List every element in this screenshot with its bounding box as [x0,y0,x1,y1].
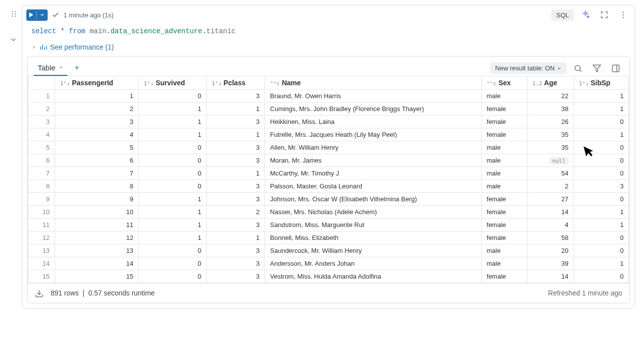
cell[interactable]: female [481,270,527,283]
column-header[interactable]: 1²₃SibSp [574,76,629,90]
result-table[interactable]: 1²₃PassengerId1²₃Survived1²₃PclassᴬᵇcNam… [28,76,629,283]
assistant-sparkle-icon[interactable] [578,8,593,21]
cell[interactable]: 1 [574,206,629,219]
cell[interactable]: 3 [55,116,139,128]
cell[interactable]: 1 [138,128,206,141]
filter-icon[interactable] [589,62,604,75]
cell[interactable]: 11 [55,219,139,232]
cell[interactable]: 0 [574,141,629,154]
cell[interactable]: 14 [527,206,574,219]
cell[interactable]: 39 [527,257,574,270]
cell[interactable]: Vestrom, Miss. Hulda Amanda Adolfina [265,270,482,283]
cell[interactable]: male [481,257,527,270]
cell[interactable]: male [481,141,527,154]
cell[interactable]: male [481,244,527,257]
cell[interactable]: 2 [55,103,139,116]
cell[interactable]: 1 [206,128,265,141]
cell[interactable]: 15 [55,270,139,283]
cell[interactable]: 0 [138,154,206,167]
cell[interactable]: female [481,116,527,128]
table-row[interactable]: 121211Bonnell, Miss. Elizabethfemale580 [28,232,629,244]
cell[interactable]: Saundercock, Mr. William Henry [265,244,482,257]
see-performance-link[interactable]: See performance (1) [22,41,635,55]
table-row[interactable]: 101012Nasser, Mrs. Nicholas (Adele Achem… [28,206,629,219]
cell[interactable]: female [481,219,527,232]
table-row[interactable]: 8803Palsson, Master. Gosta Leonardmale23 [28,180,629,193]
layout-panel-icon[interactable] [608,62,623,75]
language-badge[interactable]: SQL [551,9,574,21]
cell[interactable]: 3 [574,180,629,193]
cell[interactable]: Palsson, Master. Gosta Leonard [265,180,482,193]
cell[interactable]: 0 [138,244,206,257]
fullscreen-icon[interactable] [597,8,612,21]
cell[interactable]: female [481,128,527,141]
cell[interactable]: 1 [55,90,139,103]
cell[interactable]: male [481,90,527,103]
cell[interactable]: 0 [574,116,629,128]
cell[interactable]: 7 [55,167,139,180]
cell[interactable]: 3 [206,180,265,193]
cell[interactable]: male [481,180,527,193]
cell[interactable]: 4 [527,219,574,232]
table-row[interactable]: 111113Sandstrom, Miss. Marguerite Rutfem… [28,219,629,232]
cell[interactable]: 5 [55,141,139,154]
cell[interactable]: 1 [574,128,629,141]
cell[interactable]: 1 [574,257,629,270]
cell[interactable]: 38 [527,103,574,116]
cell[interactable]: 1 [574,219,629,232]
cell[interactable]: 1 [138,103,206,116]
cell[interactable]: Johnson, Mrs. Oscar W (Elisabeth Vilhelm… [265,193,482,206]
cell[interactable]: 22 [527,90,574,103]
column-header[interactable]: 1²₃PassengerId [55,76,139,90]
cell[interactable]: Nasser, Mrs. Nicholas (Adele Achem) [265,206,482,219]
cell[interactable]: 0 [574,167,629,180]
tab-table[interactable]: Table [34,60,67,76]
result-table-toggle[interactable]: New result table: ON [490,62,567,74]
table-row[interactable]: 7701McCarthy, Mr. Timothy Jmale540 [28,167,629,180]
table-row[interactable]: 4411Futrelle, Mrs. Jacques Heath (Lily M… [28,128,629,141]
cell[interactable]: 0 [138,167,206,180]
column-header[interactable]: ᴬᵇcName [265,76,482,90]
cell[interactable]: Bonnell, Miss. Elizabeth [265,232,482,244]
cell[interactable]: Andersson, Mr. Anders Johan [265,257,482,270]
cell[interactable]: 27 [527,193,574,206]
cell[interactable]: 0 [138,141,206,154]
cell[interactable]: 54 [527,167,574,180]
collapse-caret-icon[interactable] [7,33,19,46]
cell[interactable]: 14 [55,257,139,270]
cell[interactable]: Allen, Mr. William Henry [265,141,482,154]
cell[interactable]: 8 [55,180,139,193]
cell[interactable]: Futrelle, Mrs. Jacques Heath (Lily May P… [265,128,482,141]
cell[interactable]: 0 [574,270,629,283]
cell[interactable]: McCarthy, Mr. Timothy J [265,167,482,180]
column-header[interactable]: 1.2Age [527,76,574,90]
download-icon[interactable] [35,289,44,297]
cell[interactable]: 0 [138,270,206,283]
cell[interactable]: 3 [206,154,265,167]
cell[interactable]: null [527,154,574,167]
cell[interactable]: 1 [206,167,265,180]
cell[interactable]: 35 [527,141,574,154]
cell[interactable]: 0 [574,244,629,257]
cell[interactable]: 1 [138,219,206,232]
run-button[interactable] [26,9,48,21]
cell[interactable]: 1 [574,90,629,103]
cell[interactable]: Cumings, Mrs. John Bradley (Florence Bri… [265,103,482,116]
cell[interactable]: 0 [574,154,629,167]
cell[interactable]: 4 [55,128,139,141]
cell[interactable]: 0 [138,257,206,270]
cell[interactable]: female [481,103,527,116]
cell[interactable]: 14 [527,270,574,283]
cell[interactable]: 12 [55,232,139,244]
cell[interactable]: Sandstrom, Miss. Marguerite Rut [265,219,482,232]
table-row[interactable]: 2211Cumings, Mrs. John Bradley (Florence… [28,103,629,116]
cell[interactable]: 20 [527,244,574,257]
table-row[interactable]: 6603Moran, Mr. Jamesmalenull0 [28,154,629,167]
add-tab-button[interactable]: + [71,61,83,75]
cell[interactable]: 0 [574,232,629,244]
cell[interactable]: 1 [206,103,265,116]
cell[interactable]: 13 [55,244,139,257]
cell[interactable]: 10 [55,206,139,219]
column-header[interactable]: 1²₃Survived [138,76,206,90]
cell[interactable]: 26 [527,116,574,128]
